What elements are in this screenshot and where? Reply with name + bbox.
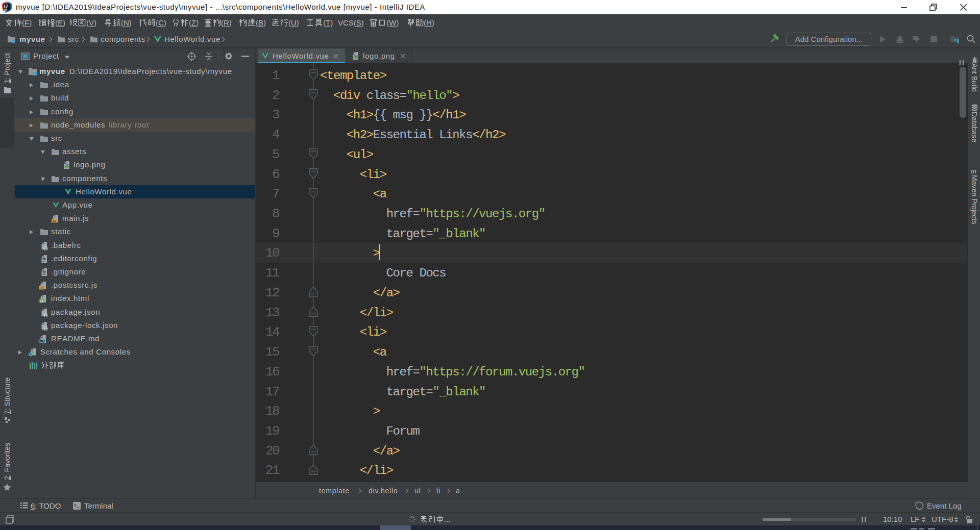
svg-text:m: m	[971, 167, 976, 174]
svg-text:MD: MD	[40, 339, 45, 343]
svg-text:{}: {}	[43, 245, 48, 250]
svg-text:H: H	[40, 299, 43, 303]
svg-text:{}: {}	[43, 312, 48, 317]
svg-text:JS: JS	[52, 219, 57, 223]
svg-text:{}: {}	[43, 325, 48, 331]
svg-text:JS: JS	[40, 286, 44, 290]
svg-text:IJ: IJ	[4, 4, 8, 9]
